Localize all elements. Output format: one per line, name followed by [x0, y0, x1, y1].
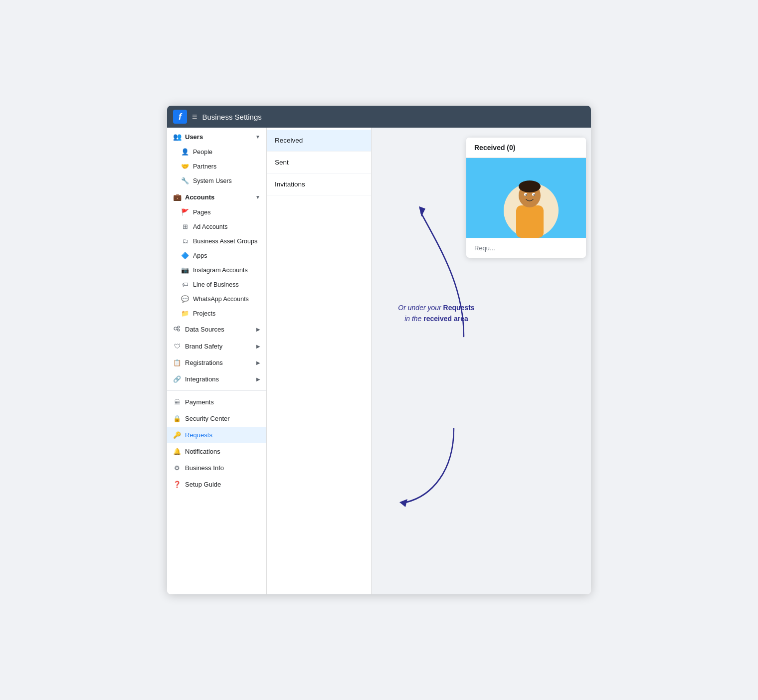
svg-point-0: [174, 327, 177, 330]
middle-panel-sent[interactable]: Sent: [267, 152, 371, 174]
sidebar-item-requests[interactable]: 🔑 Requests: [167, 427, 266, 443]
main-layout: 👥 Users ▼ 👤 People 🤝 Partners 🔧 System U…: [167, 128, 591, 594]
sidebar-item-integrations[interactable]: 🔗 Integrations ▶: [167, 371, 266, 387]
sidebar-item-business-asset-groups[interactable]: 🗂 Business Asset Groups: [167, 234, 266, 248]
notifications-label: Notifications: [185, 448, 220, 455]
people-icon: 👤: [181, 148, 189, 156]
projects-label: Projects: [193, 310, 215, 317]
whatsapp-icon: 💬: [181, 295, 189, 303]
person-svg: [494, 161, 559, 238]
setup-guide-label: Setup Guide: [185, 481, 221, 488]
sidebar-item-ad-accounts[interactable]: ⊞ Ad Accounts: [167, 219, 266, 234]
middle-panel-invitations[interactable]: Invitations: [267, 174, 371, 195]
apps-label: Apps: [193, 252, 207, 259]
annotation-area: Or under your Requests in the received a…: [372, 128, 591, 594]
svg-rect-8: [516, 205, 544, 238]
facebook-logo: f: [173, 110, 187, 124]
users-section-icon: 👥: [173, 133, 181, 141]
received-panel: Received (0): [466, 138, 586, 258]
received-panel-footer: Requ...: [466, 238, 586, 258]
registrations-icon: 📋: [173, 359, 181, 366]
sidebar-item-projects[interactable]: 📁 Projects: [167, 306, 266, 321]
received-panel-illustration: [466, 158, 586, 238]
pages-icon: 🚩: [181, 208, 189, 216]
sidebar-item-system-users[interactable]: 🔧 System Users: [167, 174, 266, 188]
business-info-icon: ⚙: [173, 464, 181, 472]
partners-label: Partners: [193, 163, 216, 170]
middle-panel-received[interactable]: Received: [267, 130, 371, 152]
integrations-label: Integrations: [185, 375, 219, 383]
sidebar-item-data-sources[interactable]: Data Sources ▶: [167, 321, 266, 338]
security-center-label: Security Center: [185, 415, 230, 422]
apps-icon: 🔷: [181, 252, 189, 259]
svg-point-10: [519, 180, 541, 192]
topbar-title: Business Settings: [202, 113, 262, 121]
sidebar-item-partners[interactable]: 🤝 Partners: [167, 159, 266, 174]
users-chevron-icon: ▼: [255, 134, 260, 140]
right-panel: Or under your Requests in the received a…: [372, 128, 591, 594]
whatsapp-label: WhatsApp Accounts: [193, 296, 249, 303]
payments-label: Payments: [185, 398, 214, 406]
data-sources-arrow: ▶: [256, 327, 260, 332]
brand-safety-icon: 🛡: [173, 343, 181, 350]
integrations-arrow: ▶: [256, 376, 260, 382]
users-section-header[interactable]: 👥 Users ▼: [167, 128, 266, 145]
integrations-icon: 🔗: [173, 375, 181, 383]
pages-label: Pages: [193, 209, 210, 216]
ad-accounts-label: Ad Accounts: [193, 223, 228, 230]
business-asset-groups-icon: 🗂: [181, 237, 189, 245]
brand-safety-arrow: ▶: [256, 344, 260, 349]
menu-icon[interactable]: ≡: [192, 112, 197, 122]
content-area: Received Sent Invitations: [267, 128, 591, 594]
annotation-text-part2: in the: [404, 315, 423, 323]
app-container: f ≡ Business Settings 👥 Users ▼ 👤 People…: [167, 106, 591, 594]
business-info-label: Business Info: [185, 464, 224, 472]
accounts-section-icon: 💼: [173, 193, 181, 201]
topbar: f ≡ Business Settings: [167, 106, 591, 128]
svg-point-1: [178, 326, 180, 328]
payments-icon: 🏛: [173, 398, 181, 406]
brand-safety-label: Brand Safety: [185, 343, 222, 350]
notifications-icon: 🔔: [173, 448, 181, 455]
received-panel-header: Received (0): [466, 138, 586, 158]
middle-panel: Received Sent Invitations: [267, 128, 372, 594]
sidebar-item-setup-guide[interactable]: ❓ Setup Guide: [167, 476, 266, 493]
ad-accounts-icon: ⊞: [181, 223, 189, 230]
sidebar-item-registrations[interactable]: 📋 Registrations ▶: [167, 354, 266, 371]
sidebar-item-pages[interactable]: 🚩 Pages: [167, 205, 266, 219]
people-label: People: [193, 149, 212, 156]
business-asset-groups-label: Business Asset Groups: [193, 238, 257, 245]
annotation-text-part1: Or under your: [398, 304, 443, 312]
svg-point-2: [178, 329, 180, 331]
sidebar-item-people[interactable]: 👤 People: [167, 145, 266, 159]
data-sources-label: Data Sources: [185, 326, 224, 333]
data-sources-icon: [173, 325, 181, 334]
sidebar-item-instagram[interactable]: 📷 Instagram Accounts: [167, 263, 266, 277]
accounts-section-label: Accounts: [185, 193, 214, 201]
sidebar-item-line-of-business[interactable]: 🏷 Line of Business: [167, 277, 266, 292]
projects-icon: 📁: [181, 310, 189, 317]
svg-point-13: [526, 194, 527, 196]
annotation-bold2: received area: [423, 315, 468, 323]
sidebar-item-business-info[interactable]: ⚙ Business Info: [167, 460, 266, 476]
security-center-icon: 🔒: [173, 415, 181, 422]
line-of-business-label: Line of Business: [193, 281, 239, 288]
setup-guide-icon: ❓: [173, 481, 181, 488]
sidebar-item-brand-safety[interactable]: 🛡 Brand Safety ▶: [167, 338, 266, 354]
sidebar-item-apps[interactable]: 🔷 Apps: [167, 248, 266, 263]
sidebar-item-payments[interactable]: 🏛 Payments: [167, 394, 266, 410]
svg-point-14: [534, 194, 535, 196]
annotation-text: Or under your Requests in the received a…: [386, 302, 486, 485]
instagram-icon: 📷: [181, 266, 189, 274]
sidebar-item-notifications[interactable]: 🔔 Notifications: [167, 443, 266, 460]
sidebar-item-whatsapp[interactable]: 💬 WhatsApp Accounts: [167, 292, 266, 306]
accounts-section-header[interactable]: 💼 Accounts ▼: [167, 188, 266, 205]
sidebar-item-security-center[interactable]: 🔒 Security Center: [167, 410, 266, 427]
system-users-icon: 🔧: [181, 177, 189, 184]
svg-marker-6: [399, 499, 407, 507]
instagram-label: Instagram Accounts: [193, 267, 248, 274]
annotation-bold1: Requests: [443, 304, 475, 312]
requests-icon: 🔑: [173, 431, 181, 439]
registrations-label: Registrations: [185, 359, 223, 366]
system-users-label: System Users: [193, 177, 232, 184]
